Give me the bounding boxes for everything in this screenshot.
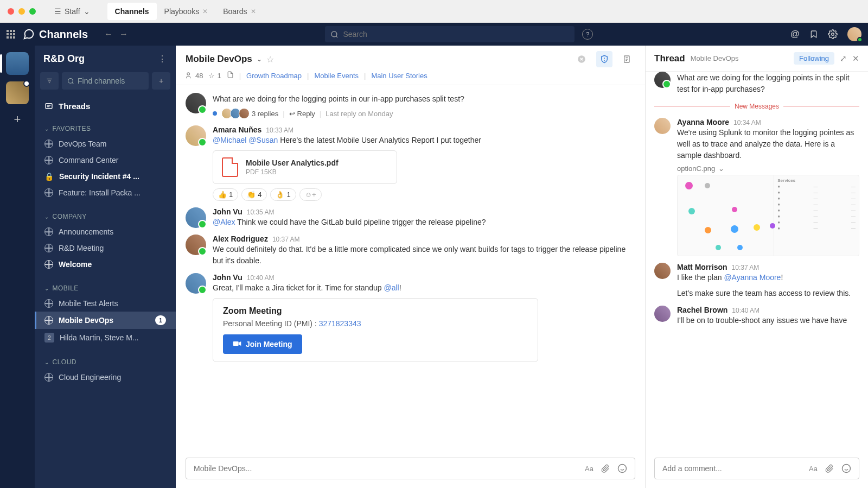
channel-shield-button[interactable]	[596, 51, 612, 67]
mention[interactable]: @Michael @Susan	[213, 136, 278, 144]
avatar[interactable]	[186, 93, 206, 113]
avatar[interactable]	[186, 207, 206, 228]
forward-button[interactable]: →	[119, 29, 128, 39]
add-reaction-button[interactable]: ☺+	[299, 188, 322, 201]
global-search[interactable]	[325, 26, 575, 42]
sidebar-item-devops-team[interactable]: DevOps Team	[35, 136, 176, 152]
sidebar-item-feature-install[interactable]: Feature: Install Packa ...	[35, 185, 176, 201]
file-attachment[interactable]: Mobile User Analytics.pdf PDF 15KB	[213, 150, 397, 184]
sidebar-item-cloud-engineering[interactable]: Cloud Engineering	[35, 369, 176, 385]
avatar[interactable]	[186, 235, 206, 255]
sidebar-item-mobile-test-alerts[interactable]: Mobile Test Alerts	[35, 295, 176, 312]
channel-files-button[interactable]	[619, 51, 635, 67]
tab-channels[interactable]: Channels	[107, 3, 157, 20]
attachment-icon[interactable]	[601, 464, 610, 473]
sidebar-item-welcome[interactable]: Welcome	[35, 256, 176, 272]
thread-summary[interactable]: 3 replies | ↩ Reply | Last reply on Mond…	[213, 108, 635, 119]
sidebar-item-mobile-devops[interactable]: Mobile DevOps1	[35, 312, 176, 329]
tab-boards[interactable]: Boards✕	[215, 3, 263, 20]
channel-video-button[interactable]	[573, 51, 590, 67]
sidebar-item-dm-hilda-steve[interactable]: 2Hilda Martin, Steve M...	[35, 329, 176, 346]
section-header-favorites[interactable]: ⌄FAVORITES	[35, 122, 176, 136]
avatar[interactable]	[186, 125, 206, 146]
attachment-name-row[interactable]: optionC.png ⌄	[677, 164, 859, 173]
find-channels-input[interactable]: Find channels	[62, 72, 149, 90]
server-tile-2[interactable]	[6, 81, 29, 104]
attachment-icon[interactable]	[825, 464, 834, 473]
thread-composer-input[interactable]	[662, 464, 809, 473]
emoji-icon[interactable]	[617, 464, 627, 473]
reaction-button[interactable]: 👏4	[241, 188, 267, 201]
server-tile-1[interactable]	[6, 52, 29, 75]
close-window-button[interactable]	[8, 8, 14, 15]
avatar[interactable]	[654, 306, 671, 322]
add-server-button[interactable]: +	[9, 111, 26, 128]
header-link-growth[interactable]: Growth Roadmap	[246, 72, 302, 80]
avatar[interactable]	[654, 263, 671, 279]
header-link-events[interactable]: Mobile Events	[314, 72, 359, 80]
mention[interactable]: @Alex	[213, 218, 235, 226]
dashboard-image-preview[interactable]: Services ●—— ●—— ●—— ●—— ●—— ●—— ●—— ●——	[677, 175, 859, 256]
channel-title[interactable]: Mobile DevOps	[186, 54, 252, 65]
avatar[interactable]	[186, 273, 206, 294]
close-icon[interactable]: ✕	[852, 54, 859, 64]
bookmark-icon[interactable]	[809, 29, 818, 39]
zoom-id-link[interactable]: 3271823343	[319, 319, 361, 328]
sidebar-item-security-incident[interactable]: 🔒Security Incident #4 ...	[35, 168, 176, 185]
section-header-mobile[interactable]: ⌄MOBILE	[35, 281, 176, 295]
sidebar-item-command-center[interactable]: Command Center	[35, 152, 176, 168]
thread-title: Thread	[654, 53, 685, 64]
thread-composer[interactable]: Aa	[654, 458, 859, 479]
help-icon[interactable]: ?	[582, 29, 593, 40]
mention[interactable]: @Ayanna Moore	[724, 273, 781, 282]
following-badge[interactable]: Following	[794, 52, 834, 65]
search-input[interactable]	[343, 30, 569, 39]
staff-dropdown[interactable]: ☰ Staff ⌄	[48, 5, 97, 18]
star-outline-icon[interactable]: ☆	[266, 54, 274, 65]
apps-grid-icon[interactable]	[7, 30, 15, 39]
sidebar-item-rd-meeting[interactable]: R&D Meeting	[35, 240, 176, 256]
reaction-button[interactable]: 👍1	[213, 188, 238, 201]
avatar[interactable]	[654, 72, 671, 88]
expand-icon[interactable]: ⤢	[840, 54, 847, 64]
thread-channel-name[interactable]: Mobile DevOps	[691, 54, 739, 62]
composer-input[interactable]	[194, 464, 585, 473]
back-button[interactable]: ←	[104, 29, 113, 39]
close-icon[interactable]: ✕	[251, 8, 256, 15]
add-channel-button[interactable]: +	[152, 72, 170, 90]
sidebar-item-announcements[interactable]: Announcements	[35, 224, 176, 240]
join-meeting-button[interactable]: Join Meeting	[223, 334, 302, 354]
gear-icon[interactable]	[828, 29, 838, 39]
servers-column: +	[0, 46, 35, 488]
zoom-title: Zoom Meeting	[223, 306, 528, 316]
org-name: R&D Org	[43, 53, 85, 65]
section-header-cloud[interactable]: ⌄CLOUD	[35, 355, 176, 369]
sidebar-threads[interactable]: Threads	[35, 95, 176, 117]
file-meta: PDF 15KB	[246, 168, 339, 176]
user-avatar[interactable]	[847, 27, 861, 41]
message-time: 10:33 AM	[266, 126, 293, 134]
message-composer[interactable]: Aa	[186, 458, 635, 479]
message-text: @Alex Think we could have the GitLab bui…	[213, 217, 635, 228]
mentions-icon[interactable]: @	[790, 29, 800, 40]
formatting-button[interactable]: Aa	[585, 465, 593, 473]
thread-reply-button[interactable]: ↩ Reply	[289, 110, 315, 118]
members-count[interactable]: 48	[186, 72, 203, 80]
section-header-company[interactable]: ⌄COMPANY	[35, 210, 176, 224]
tab-playbooks[interactable]: Playbooks✕	[157, 3, 216, 20]
doc-icon[interactable]	[227, 71, 234, 80]
minimize-window-button[interactable]	[18, 8, 25, 15]
close-icon[interactable]: ✕	[202, 8, 208, 15]
formatting-button[interactable]: Aa	[809, 465, 818, 473]
maximize-window-button[interactable]	[29, 8, 36, 15]
avatar[interactable]	[654, 118, 671, 134]
mention[interactable]: @all	[384, 283, 399, 292]
filter-button[interactable]	[40, 72, 59, 90]
reaction-button[interactable]: 👌1	[270, 188, 296, 201]
pdf-icon	[222, 157, 238, 177]
header-link-stories[interactable]: Main User Stories	[371, 72, 427, 80]
chevron-down-icon[interactable]: ⌄	[257, 55, 262, 63]
pinned-count[interactable]: ☆1	[208, 72, 221, 80]
more-vertical-icon[interactable]: ⋮	[158, 54, 167, 64]
emoji-icon[interactable]	[841, 464, 851, 473]
